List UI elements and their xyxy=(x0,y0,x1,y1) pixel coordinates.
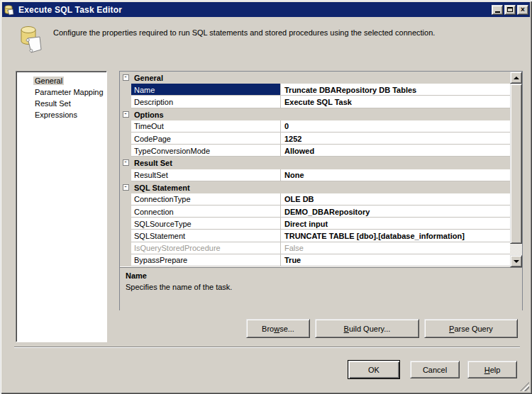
grid-row[interactable]: - Result Set xyxy=(120,157,510,169)
row-margin xyxy=(120,133,131,145)
header-description: Configure the properties required to run… xyxy=(53,28,514,37)
property-description-pane: Name Specifies the name of the task. xyxy=(120,268,522,310)
grid-row[interactable]: CodePage 1252 xyxy=(120,133,510,145)
row-margin xyxy=(120,254,131,266)
property-label: General xyxy=(131,72,281,84)
row-margin xyxy=(120,206,131,218)
grid-row[interactable]: IsQueryStoredProcedure False xyxy=(120,242,510,254)
sidebar-item[interactable]: Expressions xyxy=(16,109,106,120)
collapse-icon[interactable]: - xyxy=(123,184,129,191)
grid-row[interactable]: ConnectionType OLE DB xyxy=(120,193,510,206)
row-margin: - xyxy=(120,181,131,193)
row-margin xyxy=(120,242,131,254)
grid-row[interactable]: ResultSet None xyxy=(120,169,510,181)
grid-row[interactable]: SQLStatement TRUNCATE TABLE [dbo].[datab… xyxy=(120,230,510,242)
build-query-button[interactable]: Build Query... xyxy=(315,319,419,338)
header-banner: Configure the properties required to run… xyxy=(0,18,532,61)
grid-row[interactable]: Description Execute SQL Task xyxy=(120,96,510,108)
sidebar-item[interactable]: Result Set xyxy=(16,98,106,109)
property-value[interactable]: None xyxy=(281,169,510,181)
grid-row[interactable]: Connection DEMO_DBARepository xyxy=(120,206,510,218)
property-label: Result Set xyxy=(131,157,281,169)
minimize-button[interactable] xyxy=(492,5,503,15)
property-value[interactable]: Truncate DBARepository DB Tables xyxy=(281,84,510,96)
property-grid-rows: - General Name Truncate DBARepository DB… xyxy=(120,72,510,267)
grid-row[interactable]: TimeOut 0 xyxy=(120,120,510,133)
window-title: Execute SQL Task Editor xyxy=(17,5,489,15)
resize-grip[interactable] xyxy=(520,382,529,391)
property-value[interactable] xyxy=(281,108,510,120)
property-value[interactable] xyxy=(281,181,510,193)
property-value[interactable]: Direct input xyxy=(281,218,510,230)
maximize-icon xyxy=(507,7,513,12)
close-button[interactable]: × xyxy=(517,5,528,15)
property-value[interactable]: True xyxy=(281,254,510,266)
grid-row[interactable]: - SQL Statement xyxy=(120,181,510,193)
scroll-down-button[interactable] xyxy=(510,255,522,267)
arrow-up-icon xyxy=(514,77,519,79)
separator-line xyxy=(14,347,520,348)
property-label: CodePage xyxy=(131,133,281,145)
sidebar-item[interactable]: General xyxy=(16,75,106,86)
grid-row[interactable]: Name Truncate DBARepository DB Tables xyxy=(120,84,510,96)
collapse-icon[interactable]: - xyxy=(123,74,129,81)
property-label: SQLStatement xyxy=(131,230,281,242)
property-grid[interactable]: - General Name Truncate DBARepository DB… xyxy=(120,72,522,268)
property-label: BypassPrepare xyxy=(131,254,281,266)
maximize-button[interactable] xyxy=(504,5,516,15)
minimize-icon xyxy=(495,11,500,13)
collapse-icon[interactable]: - xyxy=(123,159,129,166)
app-icon xyxy=(4,4,15,16)
scroll-up-button[interactable] xyxy=(510,72,522,84)
row-margin xyxy=(120,120,131,133)
ok-button[interactable]: OK xyxy=(348,360,400,379)
pages-list[interactable]: General Parameter Mapping Result Set Exp… xyxy=(16,71,107,342)
property-label: TypeConversionMode xyxy=(131,145,281,157)
row-margin: - xyxy=(120,108,131,120)
titlebar[interactable]: Execute SQL Task Editor × xyxy=(2,2,530,17)
close-icon: × xyxy=(521,6,525,13)
property-label: SQLSourceType xyxy=(131,218,281,230)
property-value[interactable]: TRUNCATE TABLE [dbo].[database_informati… xyxy=(281,230,510,242)
property-value[interactable] xyxy=(281,157,510,169)
property-label: Name xyxy=(131,84,281,96)
vertical-scrollbar[interactable] xyxy=(510,72,522,267)
grid-row[interactable]: TypeConversionMode Allowed xyxy=(120,145,510,157)
row-margin xyxy=(120,169,131,181)
execute-sql-task-editor-window: Execute SQL Task Editor × Configure the … xyxy=(0,0,532,394)
property-label: SQL Statement xyxy=(131,181,281,193)
property-label: Connection xyxy=(131,206,281,218)
grid-row[interactable]: - Options xyxy=(120,108,510,120)
property-value[interactable]: 0 xyxy=(281,120,510,133)
property-value[interactable] xyxy=(281,72,510,84)
help-button[interactable]: Help xyxy=(467,361,517,378)
scroll-thumb[interactable] xyxy=(510,84,522,244)
sql-task-icon xyxy=(18,24,43,57)
property-label: TimeOut xyxy=(131,120,281,133)
property-label: Description xyxy=(131,96,281,108)
property-label: ResultSet xyxy=(131,169,281,181)
property-label: Options xyxy=(131,108,281,120)
property-value[interactable]: 1252 xyxy=(281,133,510,145)
row-margin xyxy=(120,193,131,206)
property-description-title: Name xyxy=(126,271,516,280)
row-margin: - xyxy=(120,157,131,169)
cancel-button[interactable]: Cancel xyxy=(410,361,460,378)
row-margin: - xyxy=(120,72,131,84)
property-description-text: Specifies the name of the task. xyxy=(126,283,516,291)
grid-row[interactable]: SQLSourceType Direct input xyxy=(120,218,510,230)
row-margin xyxy=(120,145,131,157)
grid-row[interactable]: BypassPrepare True xyxy=(120,254,510,266)
collapse-icon[interactable]: - xyxy=(123,111,129,118)
property-value[interactable]: DEMO_DBARepository xyxy=(281,206,510,218)
sidebar-item[interactable]: Parameter Mapping xyxy=(16,86,106,98)
property-value[interactable]: Execute SQL Task xyxy=(281,96,510,108)
property-value[interactable]: False xyxy=(281,242,510,254)
browse-button[interactable]: Browse... xyxy=(246,319,310,338)
parse-query-button[interactable]: Parse Query xyxy=(424,319,518,338)
property-value[interactable]: OLE DB xyxy=(281,193,510,206)
row-margin xyxy=(120,218,131,230)
property-value[interactable]: Allowed xyxy=(281,145,510,157)
row-margin xyxy=(120,96,131,108)
grid-row[interactable]: - General xyxy=(120,72,510,84)
